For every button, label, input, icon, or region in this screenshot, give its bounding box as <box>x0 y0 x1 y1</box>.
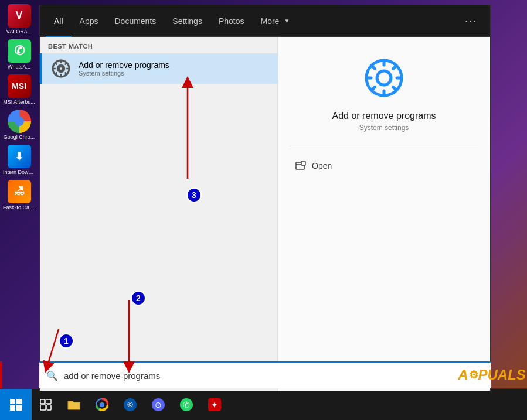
annotation-badge-1: 1 <box>59 333 74 349</box>
svg-rect-25 <box>10 405 15 411</box>
start-button[interactable] <box>0 389 32 421</box>
appuals-logo: A ⚙ PUALS <box>457 361 527 388</box>
chrome-taskbar-button[interactable] <box>88 389 116 421</box>
whatsapp-desktop-icon[interactable]: ✆ WhatsA... <box>3 38 35 70</box>
tab-bar: All Apps Documents Settings Photos More … <box>40 5 490 37</box>
svg-point-32 <box>100 402 104 407</box>
msi-afterburner-icon[interactable]: MSI MSI Afterbu... <box>3 73 35 105</box>
svg-rect-22 <box>301 161 305 165</box>
svg-line-33 <box>47 329 59 367</box>
best-match-item[interactable]: Add or remove programs System settings <box>40 53 277 84</box>
detail-gear-icon <box>361 54 407 101</box>
result-type: System settings <box>79 70 169 77</box>
detail-title: Add or remove programs <box>332 111 436 121</box>
tab-photos[interactable]: Photos <box>210 6 253 37</box>
detail-subtitle: System settings <box>359 124 409 132</box>
task-view-button[interactable] <box>32 389 60 421</box>
cyberlink-taskbar-button[interactable]: © <box>116 389 144 421</box>
svg-rect-28 <box>46 399 51 404</box>
svg-rect-26 <box>16 405 22 411</box>
detail-panel: Add or remove programs System settings O… <box>277 37 490 391</box>
chevron-down-icon: ▼ <box>284 18 290 24</box>
main-content: Best match <box>40 37 490 391</box>
open-label: Open <box>312 161 332 170</box>
tab-all[interactable]: All <box>46 6 72 37</box>
annotation-arrow-2 <box>114 297 144 373</box>
whatsapp-taskbar-button[interactable]: ✆ <box>172 389 200 421</box>
svg-rect-27 <box>40 399 45 404</box>
start-menu: All Apps Documents Settings Photos More … <box>39 5 491 391</box>
taskbar: © ⊙ ✆ ✦ <box>0 388 527 420</box>
svg-line-17 <box>393 87 396 90</box>
svg-line-19 <box>372 87 375 90</box>
tab-settings[interactable]: Settings <box>164 6 210 37</box>
valorant-icon[interactable]: V VALORA... <box>3 3 35 35</box>
svg-line-16 <box>372 66 375 69</box>
results-scroll-area <box>40 84 277 391</box>
result-name: Add or remove programs <box>79 60 169 70</box>
search-bar: 🔍 <box>39 361 491 388</box>
internet-download-icon[interactable]: ⬇ Intern Downl... <box>3 144 35 176</box>
faststone-capture-icon[interactable]: 🏖 FastSto Captu... <box>3 179 35 211</box>
more-options-button[interactable]: ··· <box>458 10 484 32</box>
tab-apps[interactable]: Apps <box>72 6 107 37</box>
svg-point-11 <box>377 71 391 85</box>
svg-rect-30 <box>47 405 51 410</box>
file-explorer-button[interactable] <box>60 389 88 421</box>
discord-taskbar-button[interactable]: ⊙ <box>144 389 172 421</box>
svg-rect-29 <box>40 405 46 410</box>
red-app-taskbar-button[interactable]: ✦ <box>200 389 229 421</box>
annotation-badge-3: 3 <box>186 187 202 203</box>
annotation-badge-2: 2 <box>131 291 146 306</box>
section-label-best-match: Best match <box>40 37 277 53</box>
google-chrome-icon[interactable]: Googl Chro... <box>3 108 35 141</box>
svg-rect-24 <box>16 399 22 404</box>
svg-rect-23 <box>10 399 15 404</box>
red-border-indicator <box>0 361 2 388</box>
tab-more[interactable]: More ▼ <box>252 6 298 37</box>
desktop-icon-area: V VALORA... ✆ WhatsA... MSI MSI Afterbu.… <box>0 0 38 375</box>
annotation-arrow-3 <box>173 76 202 182</box>
search-results-panel: Best match <box>40 37 277 391</box>
tab-documents[interactable]: Documents <box>106 6 164 37</box>
svg-line-18 <box>393 66 396 69</box>
open-window-icon <box>295 161 306 171</box>
open-action[interactable]: Open <box>290 156 478 176</box>
detail-divider <box>290 146 478 146</box>
result-text-area: Add or remove programs System settings <box>79 60 169 77</box>
result-gear-icon <box>50 58 72 79</box>
